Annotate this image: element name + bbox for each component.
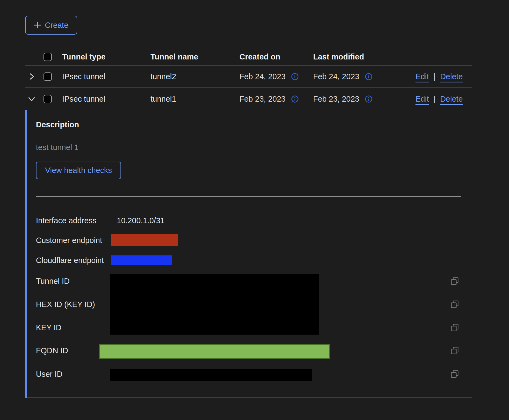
delete-link[interactable]: Delete xyxy=(440,95,463,104)
field-label-customer-endpoint: Customer endpoint xyxy=(36,236,102,245)
chevron-down-icon[interactable] xyxy=(28,95,35,102)
header-tunnel-name: Tunnel name xyxy=(150,52,239,61)
description-text: test tunnel 1 xyxy=(36,143,79,152)
tunnel-id-redaction xyxy=(110,274,319,335)
edit-link[interactable]: Edit xyxy=(416,95,429,104)
table-row: IPsec tunnel tunnel2 Feb 24, 2023 Feb 24… xyxy=(25,66,472,88)
info-icon[interactable] xyxy=(291,73,299,80)
view-health-checks-button[interactable]: View health checks xyxy=(36,162,121,179)
plus-icon xyxy=(34,22,41,29)
header-tunnel-type: Tunnel type xyxy=(62,52,150,61)
field-value-interface-address: 10.200.1.0/31 xyxy=(117,216,165,225)
cloudflare-endpoint-redaction xyxy=(111,255,172,265)
cell-tunnel-type: IPsec tunnel xyxy=(62,72,150,81)
field-label-tunnel-id: Tunnel ID xyxy=(36,276,70,286)
fqdn-id-redaction xyxy=(99,344,330,359)
action-separator: | xyxy=(434,95,436,104)
cell-tunnel-type: IPsec tunnel xyxy=(62,95,150,104)
cell-created-on: Feb 23, 2023 xyxy=(239,95,286,104)
field-label-cloudflare-endpoint: Cloudflare endpoint xyxy=(36,256,104,265)
field-label-hex-id: HEX ID (KEY ID) xyxy=(36,300,95,309)
cell-created-on: Feb 24, 2023 xyxy=(239,72,286,81)
copy-icon[interactable] xyxy=(451,324,458,331)
cell-tunnel-name: tunnel1 xyxy=(150,95,239,104)
select-all-checkbox[interactable] xyxy=(43,53,52,61)
row-checkbox[interactable] xyxy=(43,95,52,103)
copy-icon[interactable] xyxy=(451,277,458,285)
panel-bottom-divider xyxy=(27,397,472,398)
view-health-checks-label: View health checks xyxy=(45,166,112,175)
expanded-row-accent-bar xyxy=(25,110,27,398)
cell-last-modified: Feb 23, 2023 xyxy=(313,95,359,104)
row-checkbox[interactable] xyxy=(43,72,52,81)
edit-link[interactable]: Edit xyxy=(416,72,429,81)
copy-icon[interactable] xyxy=(451,301,458,308)
copy-icon[interactable] xyxy=(451,370,458,378)
field-label-key-id: KEY ID xyxy=(36,323,62,332)
field-label-interface-address: Interface address xyxy=(36,216,96,225)
table-row: IPsec tunnel tunnel1 Feb 23, 2023 Feb 23… xyxy=(25,88,472,110)
info-icon[interactable] xyxy=(365,95,372,103)
cell-last-modified: Feb 24, 2023 xyxy=(313,72,359,81)
create-button[interactable]: Create xyxy=(25,16,77,35)
field-label-fqdn-id: FQDN ID xyxy=(36,346,68,355)
table-header-row: Tunnel type Tunnel name Created on Last … xyxy=(25,49,472,66)
copy-icon[interactable] xyxy=(451,347,458,354)
panel-divider xyxy=(36,196,461,197)
action-separator: | xyxy=(434,72,436,81)
description-title: Description xyxy=(36,120,79,129)
chevron-right-icon[interactable] xyxy=(28,73,35,80)
delete-link[interactable]: Delete xyxy=(440,72,463,81)
ipsec-tunnels-page: Create Tunnel type Tunnel name Created o… xyxy=(0,0,509,420)
header-created-on: Created on xyxy=(239,52,313,61)
info-icon[interactable] xyxy=(365,73,372,80)
cell-tunnel-name: tunnel2 xyxy=(150,72,239,81)
header-last-modified: Last modified xyxy=(313,52,405,61)
customer-endpoint-redaction xyxy=(111,234,178,246)
info-icon[interactable] xyxy=(291,95,299,103)
create-button-label: Create xyxy=(45,21,68,30)
user-id-redaction xyxy=(110,369,312,381)
field-label-user-id: User ID xyxy=(36,369,62,379)
